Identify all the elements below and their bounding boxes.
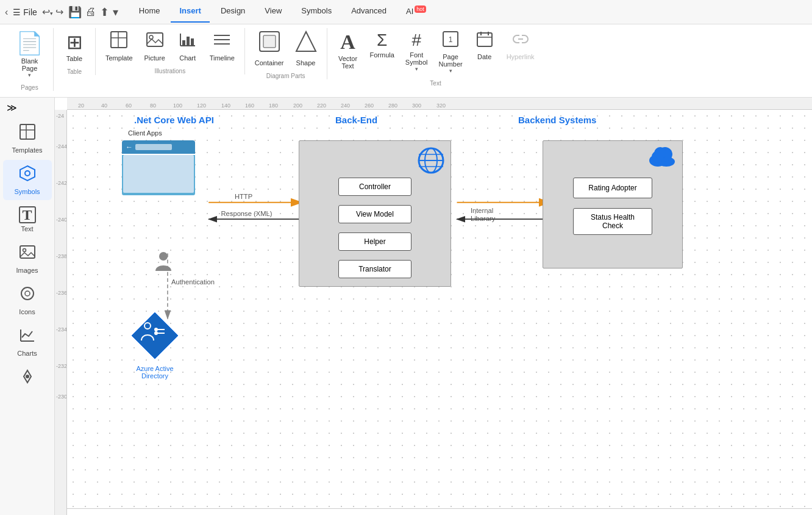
images-icon (19, 243, 36, 265)
export-icon[interactable]: ⬆ (100, 5, 109, 19)
date-button[interactable]: Date (470, 28, 499, 63)
templates-icon (19, 123, 36, 145)
icons-sidebar-icon (19, 285, 36, 306)
view-model-box[interactable]: View Model (338, 205, 411, 223)
svg-rect-5 (182, 40, 185, 46)
page-number-button[interactable]: 1 PageNumber ▾ (435, 28, 466, 76)
status-health-check-box[interactable]: Status HealthCheck (573, 208, 652, 235)
page-number-dropdown[interactable]: ▾ (449, 68, 452, 74)
chart-icon (179, 31, 197, 53)
date-label: Date (477, 53, 491, 60)
file-menu[interactable]: ☰ File (13, 7, 37, 17)
top-bar: ‹ ☰ File ↩▾ ↪ 💾 🖨 ⬆ ▾ Home Insert Design… (0, 0, 812, 24)
tab-design[interactable]: Design (212, 1, 254, 22)
main-area: ≫ Templates Symbols T Text Images (0, 98, 812, 515)
sidebar-text-label: Text (21, 225, 33, 232)
svg-point-24 (25, 171, 30, 176)
svg-point-4 (149, 35, 153, 39)
section-backend: Back-End (335, 115, 377, 125)
tab-advanced[interactable]: Advanced (343, 1, 395, 22)
azure-diamond[interactable] (130, 311, 179, 360)
container-icon (258, 31, 280, 58)
tab-view[interactable]: View (256, 1, 290, 22)
container-button[interactable]: Container (251, 28, 288, 69)
timeline-button[interactable]: Timeline (206, 28, 238, 64)
svg-point-26 (23, 249, 26, 252)
controller-box[interactable]: Controller (338, 178, 411, 196)
shape-label: Shape (296, 59, 316, 67)
timeline-label: Timeline (210, 54, 235, 62)
ribbon-group-text: A VectorText Σ Formula # FontSymbol ▾ 1 … (327, 28, 544, 87)
picture-icon (146, 31, 164, 53)
tab-insert[interactable]: Insert (171, 1, 209, 22)
table-label: Table (66, 55, 82, 62)
sidebar-item-text[interactable]: T Text (3, 201, 52, 237)
table-icon: ⊞ (66, 31, 83, 54)
shape-button[interactable]: Shape (291, 28, 321, 69)
backend-box[interactable]: Controller View Model Helper Translator (299, 140, 451, 287)
svg-rect-7 (191, 38, 194, 46)
table-group-label: Table (67, 68, 82, 75)
client-app-body (122, 155, 195, 195)
tab-ai[interactable]: AIhot (397, 1, 435, 22)
more-icon[interactable]: ▾ (113, 5, 118, 19)
svg-point-29 (26, 375, 29, 378)
font-symbol-dropdown[interactable]: ▾ (415, 66, 418, 72)
canvas-content[interactable]: HTTP Response (XML) Internal Libarary Au… (67, 110, 812, 515)
container-label: Container (255, 59, 284, 67)
redo-button[interactable]: ↪ (55, 6, 63, 18)
svg-rect-16 (477, 33, 492, 46)
helper-box[interactable]: Helper (338, 232, 411, 251)
sidebar-item-symbols[interactable]: Symbols (3, 160, 52, 200)
sidebar-charts-label: Charts (17, 350, 37, 357)
blank-page-icon: 📄 (16, 31, 43, 56)
svg-point-27 (21, 287, 34, 300)
top-bar-left: ‹ ☰ File ↩▾ ↪ 💾 🖨 ⬆ ▾ (5, 5, 118, 19)
ribbon-group-illustrations: Template Picture Chart Timeline (96, 28, 245, 74)
sidebar-item-charts[interactable]: Charts (3, 322, 52, 362)
sidebar-icons-label: Icons (19, 308, 35, 315)
ruler-vertical: -24 -2440 -2420 -2400 -2380 -2360 -2340 … (55, 110, 67, 515)
sidebar-toggle[interactable]: ≫ (2, 100, 21, 115)
save-icon[interactable]: 💾 (68, 5, 82, 19)
undo-redo-group: ↩▾ ↪ (42, 6, 63, 18)
chart-label: Chart (179, 54, 196, 62)
charts-sidebar-icon (19, 326, 36, 348)
rating-adopter-box[interactable]: Rating Adopter (573, 178, 652, 198)
tab-symbols[interactable]: Symbols (293, 1, 340, 22)
sidebar-item-images[interactable]: Images (3, 239, 52, 279)
svg-rect-3 (147, 33, 163, 46)
picture-button[interactable]: Picture (140, 28, 169, 64)
external-api-box[interactable]: Rating Adopter Status HealthCheck (543, 140, 683, 268)
undo-button[interactable]: ↩▾ (42, 6, 53, 18)
ribbon-group-table: ⊞ Table Table (54, 28, 96, 75)
vector-text-button[interactable]: A VectorText (333, 28, 363, 72)
svg-text:Response (XML): Response (XML) (221, 210, 272, 217)
svg-point-28 (25, 291, 30, 296)
hyperlink-button[interactable]: Hyperlink (503, 28, 538, 63)
diagram-parts-group-label: Diagram Parts (266, 73, 305, 79)
sidebar-item-icons[interactable]: Icons (3, 280, 52, 320)
formula-icon: Σ (377, 31, 387, 50)
canvas-area[interactable]: 20 40 60 80 100 120 140 160 180 200 220 … (55, 98, 812, 515)
back-button[interactable]: ‹ (5, 7, 8, 18)
svg-text:Authentication: Authentication (171, 278, 215, 286)
client-app-box[interactable]: ← (122, 140, 195, 194)
table-button[interactable]: ⊞ Table (60, 28, 89, 65)
symbols-icon (19, 165, 36, 186)
font-symbol-button[interactable]: # FontSymbol ▾ (402, 28, 432, 74)
svg-text:Internal: Internal (471, 207, 493, 214)
font-symbol-label: FontSymbol (405, 51, 428, 66)
hyperlink-label: Hyperlink (507, 53, 535, 60)
translator-box[interactable]: Translator (338, 260, 411, 278)
pages-group-label: Pages (21, 84, 38, 91)
sidebar-item-templates[interactable]: Templates (3, 118, 52, 159)
print-icon[interactable]: 🖨 (85, 5, 96, 18)
blank-page-button[interactable]: 📄 BlankPage ▾ (12, 28, 47, 81)
sidebar-item-more[interactable] (3, 363, 52, 394)
tab-home[interactable]: Home (130, 1, 169, 22)
template-button[interactable]: Template (102, 28, 137, 64)
chart-button[interactable]: Chart (173, 28, 202, 64)
formula-button[interactable]: Σ Formula (366, 28, 398, 61)
toolbar-icons: 💾 🖨 ⬆ ▾ (68, 5, 118, 19)
